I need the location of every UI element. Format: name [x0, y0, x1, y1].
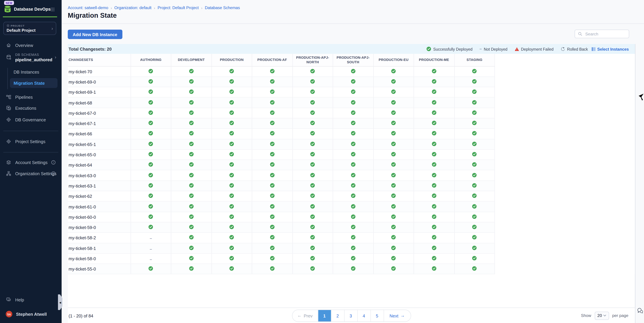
show-label: Show — [581, 313, 591, 318]
deployed-icon — [229, 172, 234, 177]
status-cell — [454, 97, 495, 108]
deployed-icon — [148, 131, 153, 136]
page-size-control: Show 20 per page — [581, 311, 628, 320]
project-selector[interactable]: PROJECT Default Project › — [3, 22, 56, 35]
db-schema-name: pipeline_authored — [15, 57, 52, 62]
sidebar-item-db-schemas[interactable]: DB SCHEMAS pipeline_authored › — [0, 51, 62, 63]
deployed-icon — [229, 204, 234, 209]
status-cell — [212, 77, 252, 87]
feedback-icon[interactable] — [637, 307, 643, 314]
deployed-icon — [432, 204, 436, 209]
status-cell — [252, 181, 292, 191]
status-cell — [212, 139, 252, 150]
changeset-name: my-ticket-60-0 — [68, 212, 131, 222]
sidebar-item-overview[interactable]: Overview — [0, 40, 62, 50]
prev-page-button[interactable]: ← Prev — [292, 310, 318, 321]
status-cell — [414, 139, 454, 150]
deployed-icon — [351, 69, 356, 73]
breadcrumb-link[interactable]: Account: satwell-demo — [68, 6, 108, 10]
status-cell — [171, 66, 212, 77]
status-cell — [252, 129, 292, 139]
deployed-icon — [472, 79, 477, 84]
status-cell — [292, 201, 333, 212]
changeset-name: my-ticket-64 — [68, 160, 131, 170]
sidebar-item-pipelines[interactable]: Pipelines — [0, 91, 62, 103]
user-menu[interactable]: SA Stephen Atwell — [0, 309, 62, 319]
status-cell — [131, 97, 171, 108]
status-cell — [252, 243, 292, 253]
next-page-button[interactable]: Next → — [383, 310, 410, 321]
status-cell — [252, 97, 292, 108]
deployed-icon — [432, 141, 436, 146]
filler-cell — [495, 108, 635, 118]
sidebar-item-db-instances[interactable]: DB Instances — [0, 67, 62, 77]
sidebar-item-project-settings[interactable]: Project Settings — [0, 137, 62, 146]
deployed-icon — [432, 69, 436, 73]
page-button-5[interactable]: 5 — [370, 310, 383, 321]
changeset-name: my-ticket-55-0 — [68, 264, 131, 274]
deployed-icon — [391, 224, 396, 229]
page-button-1[interactable]: 1 — [318, 310, 331, 321]
status-cell — [333, 253, 374, 264]
column-header-production-eu: PRODUCTION-EU — [374, 54, 414, 66]
status-cell — [414, 232, 454, 243]
user-name: Stephen Atwell — [16, 312, 47, 316]
status-cell — [292, 264, 333, 274]
status-cell — [333, 243, 374, 253]
deployed-icon — [351, 162, 356, 167]
filler-cell — [495, 181, 635, 191]
not-deployed-dash: – — [150, 247, 152, 251]
migration-table-card: Total Changesets: 20 Successfully Deploy… — [68, 44, 636, 323]
deployed-icon — [391, 89, 396, 94]
sidebar-item-executions[interactable]: Executions — [0, 103, 62, 114]
changeset-name: my-ticket-58-2 — [68, 232, 131, 243]
table-row: my-ticket-64 — [68, 160, 635, 170]
changeset-name: my-ticket-63-0 — [68, 170, 131, 181]
page-button-3[interactable]: 3 — [344, 310, 357, 321]
deployed-icon — [351, 152, 356, 157]
add-db-instance-button[interactable]: Add New DB Instance — [68, 30, 122, 39]
status-cell — [131, 139, 171, 150]
status-cell — [333, 181, 374, 191]
status-cell — [252, 222, 292, 233]
legend-label: Deployment Failed — [521, 47, 554, 51]
sidebar-item-help[interactable]: ? Help — [0, 295, 62, 304]
select-instances-button[interactable]: Select Instances — [590, 46, 631, 52]
table-row: my-ticket-69-0 — [68, 77, 635, 87]
sidebar-item-db-governance[interactable]: DB Governance — [0, 114, 62, 125]
breadcrumb-link[interactable]: Database Schemas — [205, 6, 240, 10]
changeset-name: my-ticket-58-1 — [68, 243, 131, 253]
info-icon: i — [50, 172, 56, 176]
changeset-name: my-ticket-61-0 — [68, 201, 131, 212]
deployed-icon — [351, 89, 356, 94]
page-button-2[interactable]: 2 — [331, 310, 344, 321]
sidebar-item-migration-state[interactable]: Migration State — [10, 78, 58, 88]
sidebar-item-organization-settings[interactable]: Organization Settingsi — [0, 168, 62, 179]
deployed-icon — [310, 141, 315, 146]
pagination: ← Prev 12345 Next → — [292, 309, 411, 322]
status-cell — [171, 212, 212, 222]
deployed-icon — [472, 141, 477, 146]
new-badge: NEW — [4, 1, 14, 5]
sidebar-item-label: Overview — [15, 43, 33, 48]
status-cell — [131, 149, 171, 160]
sidebar-item-label: Executions — [15, 106, 36, 111]
deployed-icon — [229, 193, 234, 198]
sidebar-item-account-settings[interactable]: Account Settingsi — [0, 157, 62, 168]
deployed-icon — [472, 193, 477, 198]
status-cell — [454, 139, 495, 150]
status-cell — [454, 108, 495, 118]
search-box[interactable] — [574, 30, 629, 38]
page-size-select[interactable]: 20 — [594, 311, 609, 320]
status-cell — [374, 129, 414, 139]
apps-grid-icon[interactable] — [50, 8, 54, 12]
deployed-icon — [391, 193, 396, 198]
page-button-4[interactable]: 4 — [357, 310, 370, 321]
breadcrumb-link[interactable]: Organization: default — [114, 6, 152, 10]
status-cell — [374, 118, 414, 129]
status-cell — [131, 222, 171, 233]
deployed-icon — [189, 172, 194, 177]
search-input[interactable] — [584, 31, 626, 37]
table-row: my-ticket-61-0 — [68, 201, 635, 212]
breadcrumb-link[interactable]: Project: Default Project — [158, 6, 199, 10]
